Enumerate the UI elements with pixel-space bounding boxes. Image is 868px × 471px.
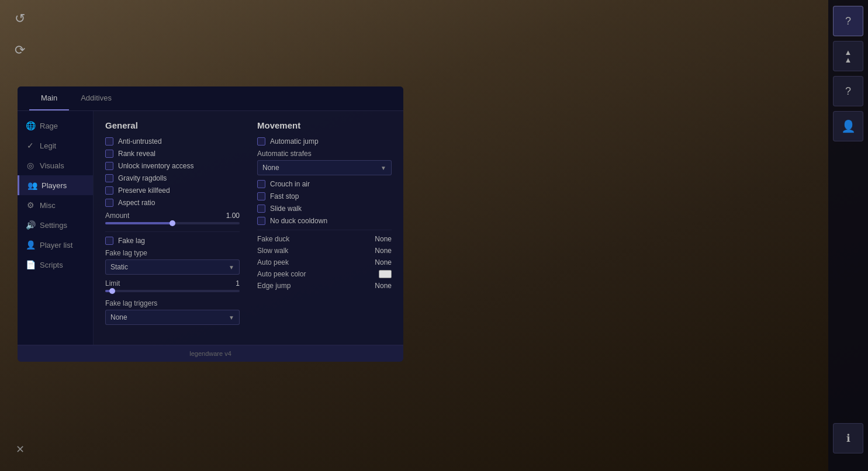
crouch-air-label: Crouch in air xyxy=(270,180,310,188)
auto-strafes-row: Automatic strafes None ▼ xyxy=(257,150,392,175)
auto-peek-color-swatch[interactable] xyxy=(379,270,392,278)
auto-strafes-dropdown[interactable]: None ▼ xyxy=(257,160,392,175)
nav-visuals-label: Visuals xyxy=(40,161,64,170)
anti-untrusted-checkbox[interactable] xyxy=(105,137,113,146)
preserve-killfeed-checkbox[interactable] xyxy=(105,186,113,195)
amount-slider-row: Amount 1.00 xyxy=(105,212,240,224)
limit-slider[interactable] xyxy=(105,290,240,292)
tab-main[interactable]: Main xyxy=(29,86,69,110)
nav-scripts[interactable]: 📄 Scripts xyxy=(18,255,93,275)
nav-settings[interactable]: 🔊 Settings xyxy=(18,215,93,235)
general-section: General Anti-untrusted Rank reveal Unloc… xyxy=(105,120,240,335)
limit-slider-row: Limit 1 xyxy=(105,279,240,292)
edge-jump-value[interactable]: None xyxy=(375,282,392,290)
aspect-ratio-checkbox[interactable] xyxy=(105,199,113,207)
question2-button[interactable]: ? xyxy=(833,76,863,106)
rank-reveal-checkbox[interactable] xyxy=(105,150,113,158)
help-button[interactable]: ? xyxy=(833,6,863,36)
limit-value: 1 xyxy=(236,279,240,288)
strafes-arrow-icon: ▼ xyxy=(381,165,386,171)
amount-slider[interactable] xyxy=(105,222,240,224)
nav-players[interactable]: 👥 Players xyxy=(18,175,93,195)
amount-value: 1.00 xyxy=(226,212,240,220)
nav-player-list-label: Player list xyxy=(40,241,72,250)
close-button[interactable]: ✕ xyxy=(7,437,33,462)
fake-duck-value[interactable]: None xyxy=(375,235,392,243)
no-duck-cooldown-row: No duck cooldown xyxy=(257,217,392,225)
nav-settings-label: Settings xyxy=(40,221,67,230)
fake-duck-item: Fake duck None xyxy=(257,235,392,243)
fake-duck-label: Fake duck xyxy=(257,235,289,243)
check-icon: ✓ xyxy=(26,141,35,150)
crouch-air-row: Crouch in air xyxy=(257,180,392,188)
auto-peek-label: Auto peek xyxy=(257,258,289,266)
fake-lag-triggers-value: None xyxy=(110,313,127,321)
info-button[interactable]: ℹ xyxy=(833,423,863,453)
edge-jump-item: Edge jump None xyxy=(257,282,392,290)
fake-lag-row: Fake lag xyxy=(105,237,240,245)
auto-peek-color-label: Auto peek color xyxy=(257,270,306,278)
tab-additives[interactable]: Additives xyxy=(69,86,123,110)
aspect-ratio-row: Aspect ratio xyxy=(105,199,240,207)
anti-untrusted-row: Anti-untrusted xyxy=(105,137,240,146)
auto-strafes-value: None xyxy=(262,164,279,172)
players-icon: 👥 xyxy=(27,181,37,190)
content-area: General Anti-untrusted Rank reveal Unloc… xyxy=(94,111,403,345)
nav-visuals[interactable]: ◎ Visuals xyxy=(18,155,93,175)
player-list-icon: 👤 xyxy=(26,240,35,250)
eye-icon: ◎ xyxy=(26,161,35,170)
slow-walk-item: Slow walk None xyxy=(257,247,392,255)
nav-scripts-label: Scripts xyxy=(40,261,63,269)
slide-walk-checkbox[interactable] xyxy=(257,205,265,213)
question2-icon: ? xyxy=(845,85,851,98)
rank-button[interactable]: ▲▲ xyxy=(833,41,863,71)
refresh-icon[interactable]: ⟳ xyxy=(7,37,33,63)
slow-walk-label: Slow walk xyxy=(257,247,288,255)
gravity-ragdolls-row: Gravity ragdolls xyxy=(105,174,240,182)
back-icon[interactable]: ↺ xyxy=(7,6,33,32)
rank-reveal-row: Rank reveal xyxy=(105,150,240,158)
unlock-inventory-checkbox[interactable] xyxy=(105,162,113,170)
slide-walk-label: Slide walk xyxy=(270,205,302,213)
left-nav: 🌐 Rage ✓ Legit ◎ Visuals 👥 Players ⚙ Mis… xyxy=(18,111,94,345)
nav-player-list[interactable]: 👤 Player list xyxy=(18,235,93,255)
auto-peek-value[interactable]: None xyxy=(375,258,392,266)
auto-strafes-label: Automatic strafes xyxy=(257,150,392,158)
divider-1 xyxy=(105,231,240,232)
nav-rage-label: Rage xyxy=(40,122,58,130)
fast-stop-row: Fast stop xyxy=(257,192,392,200)
limit-label: Limit xyxy=(105,279,120,288)
fast-stop-label: Fast stop xyxy=(270,192,299,200)
auto-peek-item: Auto peek None xyxy=(257,258,392,266)
movement-divider xyxy=(257,230,392,230)
fake-lag-triggers-dropdown[interactable]: None ▼ xyxy=(105,310,240,325)
auto-jump-checkbox[interactable] xyxy=(257,137,265,146)
limit-thumb[interactable] xyxy=(109,288,115,294)
scripts-icon: 📄 xyxy=(26,260,35,269)
slow-walk-value[interactable]: None xyxy=(375,247,392,255)
nav-misc[interactable]: ⚙ Misc xyxy=(18,195,93,215)
amount-thumb[interactable] xyxy=(170,220,175,226)
anti-untrusted-label: Anti-untrusted xyxy=(118,137,162,146)
fake-lag-checkbox[interactable] xyxy=(105,237,113,245)
no-duck-cooldown-checkbox[interactable] xyxy=(257,217,265,225)
auto-jump-label: Automatic jump xyxy=(270,137,319,146)
aspect-ratio-label: Aspect ratio xyxy=(118,199,155,207)
auto-jump-row: Automatic jump xyxy=(257,137,392,146)
nav-legit[interactable]: ✓ Legit xyxy=(18,136,93,155)
tab-bar: Main Additives xyxy=(18,86,403,111)
rank-icon: ▲▲ xyxy=(845,49,852,64)
nav-players-label: Players xyxy=(42,181,67,190)
crouch-air-checkbox[interactable] xyxy=(257,180,265,188)
preserve-killfeed-row: Preserve killfeed xyxy=(105,186,240,195)
gear-icon: ⚙ xyxy=(26,200,35,210)
auto-peek-color-item: Auto peek color xyxy=(257,270,392,278)
gravity-ragdolls-checkbox[interactable] xyxy=(105,174,113,182)
user-button[interactable]: 👤 xyxy=(833,111,863,141)
fake-lag-type-dropdown[interactable]: Static ▼ xyxy=(105,259,240,275)
movement-section: Movement Automatic jump Automatic strafe… xyxy=(257,120,392,335)
fast-stop-checkbox[interactable] xyxy=(257,192,265,200)
question-icon: ? xyxy=(845,15,851,27)
nav-rage[interactable]: 🌐 Rage xyxy=(18,116,93,136)
panel-body: 🌐 Rage ✓ Legit ◎ Visuals 👥 Players ⚙ Mis… xyxy=(18,111,403,345)
